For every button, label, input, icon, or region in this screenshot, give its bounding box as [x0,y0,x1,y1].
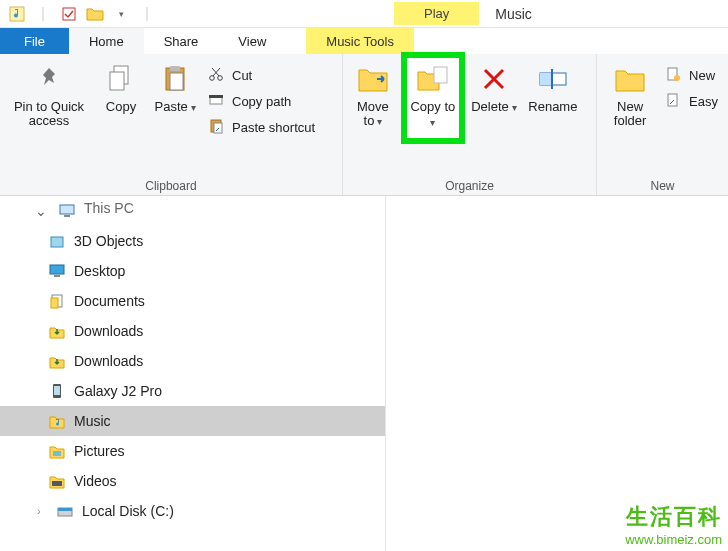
copy-to-highlight: Copy to [401,52,465,144]
documents-icon [48,292,66,310]
folder-qat-icon[interactable] [84,3,106,25]
svg-point-20 [674,75,680,81]
new-item-button[interactable]: New [661,64,722,86]
window-title: Music [495,6,532,22]
tree-item-downloads[interactable]: Downloads [0,316,385,346]
qat-dropdown-icon[interactable]: ▾ [110,3,132,25]
tree-label: Downloads [74,353,143,369]
clipboard-group-label: Clipboard [6,177,336,193]
paste-button[interactable]: Paste [150,58,200,119]
svg-rect-25 [50,265,64,274]
rename-label: Rename [528,100,577,114]
paste-shortcut-button[interactable]: Paste shortcut [204,116,319,138]
watermark-text: 生活百科 [625,502,722,532]
pin-to-quick-access-button[interactable]: Pin to Quick access [6,58,92,132]
copy-to-button[interactable]: Copy to [407,58,459,138]
copy-path-label: Copy path [232,94,291,109]
easy-access-icon [665,92,683,110]
svg-rect-24 [51,237,63,247]
svg-rect-34 [58,508,72,511]
paste-shortcut-label: Paste shortcut [232,120,315,135]
contextual-tab-heading: Play [394,2,479,25]
videos-icon [48,472,66,490]
new-folder-label: New folder [605,100,655,128]
svg-rect-28 [51,298,58,308]
watermark-url: www.bimeiz.com [625,532,722,547]
tree-item-music[interactable]: Music [0,406,385,436]
quick-access-toolbar: ▾ [0,3,164,25]
ribbon-group-new: New folder New Easy New [597,54,728,195]
tree-label: Local Disk (C:) [82,503,174,519]
downloads-icon [48,322,66,340]
copy-label: Copy [106,100,136,114]
copy-path-icon [208,92,226,110]
organize-group-label: Organize [349,177,590,193]
copy-icon [104,62,138,96]
svg-rect-23 [64,215,70,217]
properties-icon[interactable] [58,3,80,25]
file-list-pane[interactable] [385,196,728,551]
copy-to-icon [416,62,450,96]
tree-label: Documents [74,293,145,309]
easy-access-button[interactable]: Easy [661,90,722,112]
tree-this-pc[interactable]: ⌄ This PC [0,196,385,226]
tab-view[interactable]: View [218,28,286,54]
delete-button[interactable]: Delete [469,58,519,119]
title-bar: ▾ Play Music [0,0,728,28]
new-item-label: New [689,68,715,83]
tab-share[interactable]: Share [144,28,219,54]
svg-rect-14 [214,123,222,133]
svg-rect-32 [52,481,62,486]
tree-item-videos[interactable]: Videos [0,466,385,496]
tree-item-pictures[interactable]: Pictures [0,436,385,466]
copy-path-button[interactable]: Copy path [204,90,319,112]
paste-shortcut-icon [208,118,226,136]
new-folder-icon [613,62,647,96]
tree-item-local-disk-c[interactable]: › Local Disk (C:) [0,496,385,526]
move-to-button[interactable]: Move to [349,58,397,133]
svg-rect-15 [434,67,447,83]
explorer-body: ⌄ This PC 3D Objects Desktop Documents D… [0,196,728,551]
cut-label: Cut [232,68,252,83]
tree-label: Desktop [74,263,125,279]
tree-label: Music [74,413,111,429]
delete-icon [477,62,511,96]
delete-label: Delete [471,100,516,115]
tab-file[interactable]: File [0,28,69,54]
svg-rect-31 [53,451,61,456]
tree-item-galaxy-j2-pro[interactable]: Galaxy J2 Pro [0,376,385,406]
tree-item-desktop[interactable]: Desktop [0,256,385,286]
music-folder-icon [48,412,66,430]
rename-button[interactable]: Rename [523,58,583,118]
tab-home[interactable]: Home [69,28,144,54]
rename-icon [536,62,570,96]
music-library-icon[interactable] [6,3,28,25]
tree-item-downloads-2[interactable]: Downloads [0,346,385,376]
svg-rect-22 [60,205,74,214]
tree-label: This PC [84,200,134,216]
svg-point-10 [218,76,223,81]
svg-rect-11 [210,97,222,104]
svg-rect-21 [668,94,677,106]
new-folder-button[interactable]: New folder [603,58,657,132]
divider-icon [136,3,158,25]
tree-label: Downloads [74,323,143,339]
new-item-icon [665,66,683,84]
tree-item-3d-objects[interactable]: 3D Objects [0,226,385,256]
svg-rect-26 [54,275,60,277]
chevron-right-icon: › [30,502,48,520]
svg-rect-17 [540,73,552,85]
cut-button[interactable]: Cut [204,64,319,86]
tree-label: Pictures [74,443,125,459]
tab-music-tools[interactable]: Music Tools [306,28,414,54]
pictures-icon [48,442,66,460]
downloads-icon [48,352,66,370]
navigation-pane[interactable]: ⌄ This PC 3D Objects Desktop Documents D… [0,196,385,551]
tree-item-documents[interactable]: Documents [0,286,385,316]
copy-button[interactable]: Copy [96,58,146,118]
ribbon-tabs: File Home Share View Music Tools [0,28,728,54]
watermark: 生活百科 www.bimeiz.com [625,502,722,547]
svg-rect-5 [110,72,124,90]
chevron-down-icon: ⌄ [32,202,50,220]
svg-point-9 [210,76,215,81]
